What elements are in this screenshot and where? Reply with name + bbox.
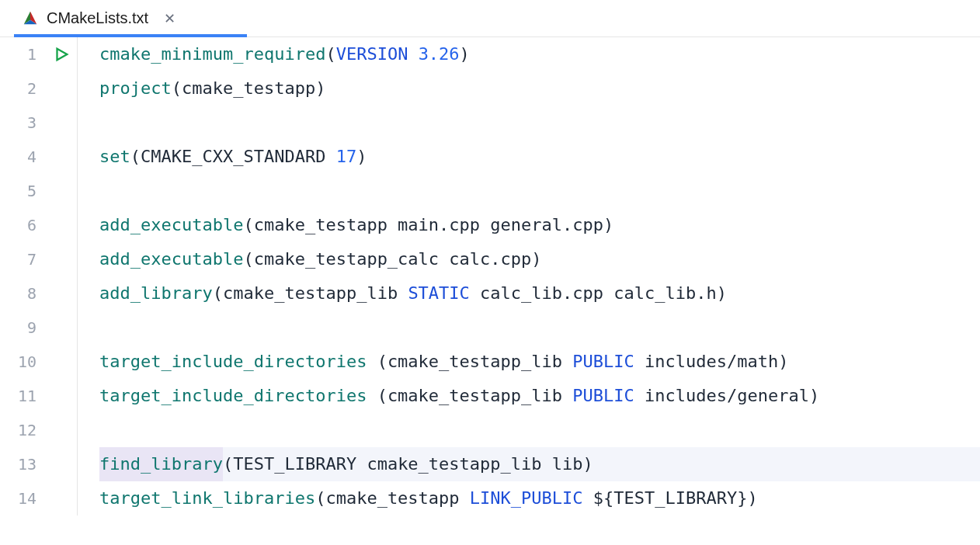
code-token: ) bbox=[717, 276, 727, 311]
code-token: ) bbox=[603, 208, 613, 242]
tab-bar: CMakeLists.txt ✕ bbox=[0, 0, 980, 37]
code-token: ( bbox=[377, 345, 387, 379]
code-line[interactable]: add_executable(cmake_testapp_calc calc.c… bbox=[99, 242, 980, 276]
code-token: set bbox=[99, 140, 130, 174]
close-icon[interactable]: ✕ bbox=[162, 9, 177, 29]
code-token: includes/math bbox=[634, 345, 778, 379]
code-token: target_link_libraries bbox=[99, 481, 315, 515]
code-token: ( bbox=[377, 379, 387, 413]
code-line[interactable]: target_include_directories (cmake_testap… bbox=[99, 379, 980, 413]
code-token: ) bbox=[460, 37, 470, 71]
code-token: ( bbox=[130, 140, 141, 174]
code-token: cmake_testapp_lib bbox=[387, 379, 572, 413]
code-token: cmake_testapp_lib bbox=[387, 345, 572, 379]
code-token: ) bbox=[583, 447, 593, 481]
code-token: ( bbox=[172, 71, 182, 106]
code-token: ( bbox=[243, 208, 253, 242]
cmake-file-icon bbox=[22, 10, 39, 27]
code-token: TEST_LIBRARY bbox=[613, 481, 737, 515]
code-token: ( bbox=[213, 276, 223, 311]
code-line[interactable] bbox=[99, 413, 980, 447]
code-token: cmake_minimum_required bbox=[99, 37, 325, 71]
line-number: 14 bbox=[0, 481, 36, 515]
code-line[interactable]: set(CMAKE_CXX_STANDARD 17) bbox=[99, 140, 980, 174]
line-number: 7 bbox=[0, 242, 36, 276]
code-token: ) bbox=[315, 71, 325, 106]
code-area[interactable]: cmake_minimum_required(VERSION 3.26)proj… bbox=[78, 37, 980, 515]
code-token: ( bbox=[325, 37, 335, 71]
code-token: ) bbox=[809, 379, 819, 413]
code-token: cmake_testapp bbox=[182, 71, 315, 106]
code-token: 3.26 bbox=[419, 37, 460, 71]
code-token: ( bbox=[315, 481, 325, 515]
run-marker-gutter bbox=[45, 37, 78, 515]
code-token: ) bbox=[778, 345, 788, 379]
line-number: 2 bbox=[0, 71, 36, 106]
code-line[interactable] bbox=[99, 311, 980, 345]
run-icon[interactable] bbox=[53, 46, 70, 63]
code-token: ( bbox=[243, 242, 253, 276]
code-token bbox=[367, 379, 377, 413]
code-token: cmake_testapp main.cpp general.cpp bbox=[254, 208, 603, 242]
code-token: } bbox=[737, 481, 747, 515]
code-token: project bbox=[99, 71, 172, 106]
code-token: ) bbox=[356, 140, 367, 174]
code-line[interactable]: target_link_libraries(cmake_testapp LINK… bbox=[99, 481, 980, 515]
code-token: ) bbox=[531, 242, 541, 276]
file-tab[interactable]: CMakeLists.txt ✕ bbox=[14, 0, 185, 36]
code-line[interactable]: target_include_directories (cmake_testap… bbox=[99, 345, 980, 379]
tab-filename: CMakeLists.txt bbox=[47, 9, 148, 27]
code-token: PUBLIC bbox=[572, 379, 634, 413]
code-token: add_library bbox=[99, 276, 213, 311]
code-token bbox=[367, 345, 377, 379]
code-token: add_executable bbox=[99, 242, 243, 276]
line-number: 13 bbox=[0, 447, 36, 481]
line-number-gutter: 1234567891011121314 bbox=[0, 37, 45, 515]
line-number: 10 bbox=[0, 345, 36, 379]
line-number: 1 bbox=[0, 37, 36, 71]
code-token: STATIC bbox=[408, 276, 469, 311]
active-tab-underline bbox=[14, 34, 247, 37]
code-line[interactable]: project(cmake_testapp) bbox=[99, 71, 980, 106]
code-token: add_executable bbox=[99, 208, 243, 242]
code-token: target_include_directories bbox=[99, 379, 367, 413]
line-number: 3 bbox=[0, 106, 36, 140]
code-token: cmake_testapp_lib bbox=[223, 276, 408, 311]
code-token: cmake_testapp bbox=[325, 481, 469, 515]
code-token: 17 bbox=[336, 140, 357, 174]
code-line[interactable]: add_library(cmake_testapp_lib STATIC cal… bbox=[99, 276, 980, 311]
code-editor[interactable]: 1234567891011121314 cmake_minimum_requir… bbox=[0, 37, 980, 515]
code-line[interactable] bbox=[99, 174, 980, 208]
code-token: calc_lib.cpp calc_lib.h bbox=[470, 276, 717, 311]
code-line[interactable]: cmake_minimum_required(VERSION 3.26) bbox=[99, 37, 980, 71]
code-token: find_library bbox=[99, 447, 223, 481]
line-number: 9 bbox=[0, 311, 36, 345]
line-number: 4 bbox=[0, 140, 36, 174]
code-line[interactable]: add_executable(cmake_testapp main.cpp ge… bbox=[99, 208, 980, 242]
code-token: target_include_directories bbox=[99, 345, 367, 379]
line-number: 5 bbox=[0, 174, 36, 208]
code-token: LINK_PUBLIC bbox=[470, 481, 583, 515]
code-token: CMAKE_CXX_STANDARD bbox=[141, 140, 336, 174]
code-token: PUBLIC bbox=[572, 345, 634, 379]
code-token bbox=[408, 37, 418, 71]
code-token: includes/general bbox=[634, 379, 809, 413]
code-token: VERSION bbox=[336, 37, 408, 71]
line-number: 12 bbox=[0, 413, 36, 447]
line-number: 11 bbox=[0, 379, 36, 413]
code-line[interactable]: find_library(TEST_LIBRARY cmake_testapp_… bbox=[99, 447, 980, 481]
line-number: 6 bbox=[0, 208, 36, 242]
code-line[interactable] bbox=[99, 106, 980, 140]
code-token: ) bbox=[748, 481, 758, 515]
code-token: ( bbox=[223, 447, 233, 481]
code-token: TEST_LIBRARY cmake_testapp_lib lib bbox=[233, 447, 582, 481]
code-token bbox=[583, 481, 593, 515]
line-number: 8 bbox=[0, 276, 36, 311]
code-token: cmake_testapp_calc calc.cpp bbox=[254, 242, 532, 276]
code-token: ${ bbox=[593, 481, 614, 515]
